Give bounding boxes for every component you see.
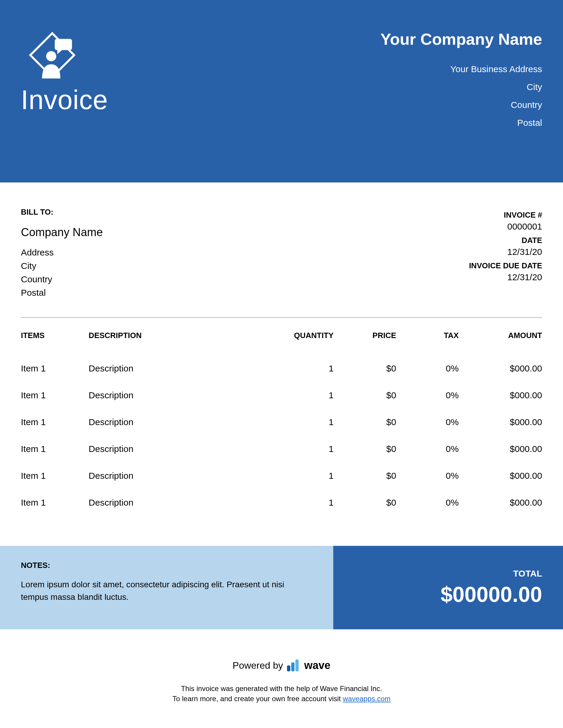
bill-to-label: BILL TO:	[21, 206, 103, 218]
svg-point-2	[46, 51, 56, 61]
cell-amount: $000.00	[459, 462, 542, 489]
bill-to-postal: Postal	[21, 286, 103, 299]
col-tax: TAX	[396, 331, 459, 355]
cell-quantity: 1	[266, 436, 334, 462]
col-price: PRICE	[334, 331, 396, 355]
cell-price: $0	[334, 489, 396, 516]
logo-icon	[27, 30, 108, 82]
table-row: Item 1Description1$00%$000.00	[21, 462, 542, 489]
cell-item: Item 1	[21, 409, 89, 436]
invoice-date-label: DATE	[469, 236, 542, 245]
company-city: City	[381, 78, 542, 96]
divider	[21, 317, 542, 318]
wave-brand-text: wave	[304, 659, 330, 672]
table-header-row: ITEMS DESCRIPTION QUANTITY PRICE TAX AMO…	[21, 331, 542, 355]
cell-item: Item 1	[21, 489, 89, 516]
col-items: ITEMS	[21, 331, 89, 355]
notes-text: Lorem ipsum dolor sit amet, consectetur …	[21, 578, 290, 603]
col-description: DESCRIPTION	[89, 331, 266, 355]
invoice-meta: INVOICE # 0000001 DATE 12/31/20 INVOICE …	[469, 206, 542, 299]
footer-lines: This invoice was generated with the help…	[0, 684, 563, 704]
table-row: Item 1Description1$00%$000.00	[21, 489, 542, 516]
cell-quantity: 1	[266, 355, 334, 382]
cell-quantity: 1	[266, 489, 334, 516]
invoice-number: 0000001	[469, 222, 542, 232]
line-items-section: ITEMS DESCRIPTION QUANTITY PRICE TAX AMO…	[0, 311, 563, 516]
bill-to-name: Company Name	[21, 224, 103, 241]
company-country: Country	[381, 96, 542, 114]
total-block: TOTAL $00000.00	[333, 546, 563, 629]
company-address: Your Business Address	[381, 60, 542, 78]
cell-description: Description	[89, 489, 266, 516]
info-section: BILL TO: Company Name Address City Count…	[0, 182, 563, 311]
bill-to-address: Address	[21, 246, 103, 259]
company-name: Your Company Name	[381, 30, 542, 48]
cell-description: Description	[89, 355, 266, 382]
invoice-due-date: 12/31/20	[469, 272, 542, 282]
footer-link[interactable]: waveapps.com	[343, 695, 391, 703]
cell-tax: 0%	[396, 409, 459, 436]
cell-price: $0	[334, 436, 396, 462]
footer-line-2-prefix: To learn more, and create your own free …	[172, 695, 343, 703]
cell-amount: $000.00	[459, 409, 542, 436]
bill-to-city: City	[21, 259, 103, 272]
table-row: Item 1Description1$00%$000.00	[21, 382, 542, 409]
cell-item: Item 1	[21, 355, 89, 382]
company-postal: Postal	[381, 114, 542, 132]
svg-rect-3	[55, 39, 72, 50]
cell-amount: $000.00	[459, 355, 542, 382]
cell-quantity: 1	[266, 462, 334, 489]
header-right: Your Company Name Your Business Address …	[381, 30, 542, 132]
col-quantity: QUANTITY	[266, 331, 334, 355]
bottom-section: NOTES: Lorem ipsum dolor sit amet, conse…	[0, 546, 563, 629]
cell-item: Item 1	[21, 382, 89, 409]
cell-price: $0	[334, 462, 396, 489]
cell-tax: 0%	[396, 462, 459, 489]
invoice-due-label: INVOICE DUE DATE	[469, 261, 542, 270]
cell-tax: 0%	[396, 489, 459, 516]
cell-item: Item 1	[21, 436, 89, 462]
footer-line-1: This invoice was generated with the help…	[0, 684, 563, 694]
table-row: Item 1Description1$00%$000.00	[21, 355, 542, 382]
invoice-number-label: INVOICE #	[469, 210, 542, 220]
company-meta: Your Business Address City Country Posta…	[381, 60, 542, 132]
cell-price: $0	[334, 382, 396, 409]
cell-amount: $000.00	[459, 489, 542, 516]
table-row: Item 1Description1$00%$000.00	[21, 409, 542, 436]
invoice-header: Invoice Your Company Name Your Business …	[0, 0, 563, 182]
cell-description: Description	[89, 382, 266, 409]
bill-to-country: Country	[21, 272, 103, 286]
powered-by-text: Powered by	[232, 660, 283, 671]
line-items-table: ITEMS DESCRIPTION QUANTITY PRICE TAX AMO…	[21, 331, 542, 516]
header-left: Invoice	[21, 30, 108, 115]
notes-block: NOTES: Lorem ipsum dolor sit amet, conse…	[0, 546, 333, 629]
footer-line-2: To learn more, and create your own free …	[0, 694, 563, 704]
cell-amount: $000.00	[459, 436, 542, 462]
document-title: Invoice	[21, 85, 108, 115]
table-row: Item 1Description1$00%$000.00	[21, 436, 542, 462]
invoice-date: 12/31/20	[469, 247, 542, 257]
cell-item: Item 1	[21, 462, 89, 489]
notes-label: NOTES:	[21, 561, 313, 570]
cell-description: Description	[89, 409, 266, 436]
total-value: $00000.00	[354, 582, 542, 607]
cell-description: Description	[89, 436, 266, 462]
total-label: TOTAL	[354, 569, 542, 579]
col-amount: AMOUNT	[459, 331, 542, 355]
cell-tax: 0%	[396, 355, 459, 382]
cell-quantity: 1	[266, 382, 334, 409]
powered-by: Powered by wave	[0, 659, 563, 672]
cell-amount: $000.00	[459, 382, 542, 409]
wave-logo-icon	[287, 659, 299, 671]
cell-tax: 0%	[396, 436, 459, 462]
invoice-page: Invoice Your Company Name Your Business …	[0, 0, 563, 728]
cell-tax: 0%	[396, 382, 459, 409]
footer: Powered by wave This invoice was generat…	[0, 629, 563, 704]
bill-to-block: BILL TO: Company Name Address City Count…	[21, 206, 103, 299]
cell-description: Description	[89, 462, 266, 489]
cell-quantity: 1	[266, 409, 334, 436]
cell-price: $0	[334, 409, 396, 436]
cell-price: $0	[334, 355, 396, 382]
